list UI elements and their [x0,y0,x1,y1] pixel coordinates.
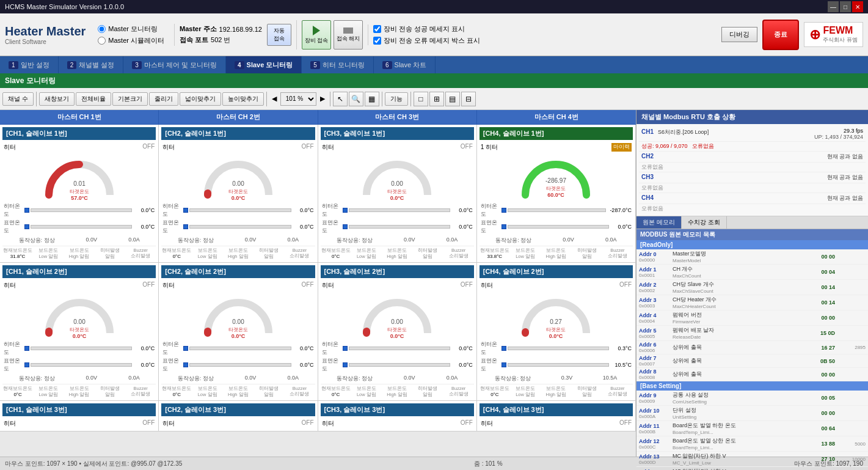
channel-headers: 마스터 CH 1번 마스터 CH 2번 마스터 CH 3번 마스터 CH 4번 [0,110,636,125]
toolbar-zoom-select[interactable]: 101 % 50 % 75 % 100 % 125 % 150 % [280,92,316,106]
connect-button[interactable]: 장비 접속 [302,20,331,50]
tab-general[interactable]: 1 일반 설정 [0,56,59,73]
heater-temp-row: 히터온도 0.0°C [4,202,155,218]
app-title-block: Heater Master Client Software [5,24,86,45]
slave-cell-ch1-s3: [CH1, 슬레이브 3번] 히터OFF [0,401,159,431]
toolbar-icon3[interactable]: ▤ [445,92,460,106]
slave-title-ch4-s2: [CH4, 슬레이브 2번] [480,265,633,278]
toolbar-arrow-right[interactable]: ▶ [318,95,327,103]
right-panel-title: 채널별 Modbus RTU 호출 상황 [641,113,735,120]
svg-text:타겟온도: 타겟온도 [387,189,407,194]
gauge-svg-ch2-s2: 0.00 타겟온도 0.0°C [199,290,278,339]
ch1-fps: 29.3 fps UP: 1,493 / 374,924 [814,128,863,140]
main-body: 마스터 CH 1번 마스터 CH 2번 마스터 CH 3번 마스터 CH 4번 … [0,110,868,457]
tab-channel[interactable]: 2 채널별 설정 [59,56,124,73]
radio-simulator-input[interactable] [98,37,106,45]
addr-row-8: Addr 80x0008 상위에 출목 00 00 [636,368,868,381]
disconnect-button[interactable]: 접속 해지 [334,20,363,50]
addr-row-7: Addr 70x0007 상위에 출목 0B 50 [636,354,868,368]
debug-button[interactable]: 디버깅 [721,27,757,42]
toolbar-icon1[interactable]: □ [414,92,428,106]
ch2-info: 현재 공과 없음 [827,153,863,161]
toolbar-basic[interactable]: 기본크기 [112,92,148,106]
slave-title-ch3-s1: [CH3, 슬레이브 1번] [321,127,474,140]
stop-icon [342,26,354,35]
svg-text:0.0°C: 0.0°C [549,333,563,339]
check-error-input[interactable] [373,37,381,45]
memory-tab-original[interactable]: 원본 메모리 [636,216,682,229]
svg-text:60.0°C: 60.0°C [548,192,565,198]
main-tabs: 1 일반 설정 2 채널별 설정 3 마스터 제어 및 모니터링 4 Slave… [0,56,868,73]
check-success[interactable]: 장비 전송 성공 메세지 표시 [373,24,480,34]
gauge-ch1-s1: 0.01 타겟온도 57.0°C [2,152,156,201]
toolbar-icon2[interactable]: ⊞ [429,92,444,106]
toolbar-count[interactable]: 채널 수 [2,92,34,106]
svg-text:0.00: 0.00 [73,318,86,325]
slave-cell-ch1-s1: [CH1, 슬레이브 1번] 히터 OFF 0.01 타겟온도 57.0°C [0,125,159,262]
master-addr-group: Master 주소 192.168.99.12 접속 포트 502 번 [180,24,262,45]
play-icon [310,24,323,37]
port-value: 502 번 [211,35,230,45]
tab-master[interactable]: 3 마스터 제어 및 모니터링 [123,56,226,73]
slave-cell-ch3-s1: [CH3, 슬레이브 1번] 히터OFF 0.00 타겟온도 0.0°C 히터온… [318,125,477,262]
toolbar-zoom-icon[interactable]: 🔍 [349,92,363,106]
slave-cell-ch1-s2: [CH1, 슬레이브 2번] 히터OFF 0.00 타겟온도 0.0°C 히 [0,263,159,400]
slave-title-ch3-s3: [CH3, 슬레이브 3번] [321,403,474,416]
toolbar-grid-icon[interactable]: ▦ [365,92,379,106]
toolbar-cursor-icon[interactable]: ↖ [333,92,348,106]
check-success-label: 장비 전송 성공 메세지 표시 [384,24,465,34]
slave-title-ch2-s3: [CH2, 슬레이브 3번] [161,403,315,416]
memory-tab-numeric[interactable]: 수치강 조회 [682,216,727,229]
ch2-header: 마스터 CH 2번 [159,110,318,124]
toolbar-fitheight[interactable]: 높이맞추기 [222,92,264,106]
ch1-label: CH1 [641,128,654,135]
memory-content[interactable]: MODBUS 원본 메모리 목록 [ReadOnly] Addr 00x0000… [636,229,868,470]
ch2-label: CH2 [641,153,654,161]
connection-info: Master 주소 192.168.99.12 접속 포트 502 번 자동접속 [174,24,291,46]
tab-heater-label: 히터 모니터링 [323,61,365,70]
auto-connect-button[interactable]: 자동접속 [267,24,291,46]
radio-simulator[interactable]: Master 시뮬레이터 [98,36,164,45]
check-success-input[interactable] [373,25,381,33]
toolbar-arrow-left[interactable]: ◀ [269,95,279,103]
gauge-svg-ch4-s2: 0.27 타겟온도 0.0°C [516,290,596,339]
close-button[interactable]: ✕ [852,1,863,12]
radio-monitor-input[interactable] [98,25,106,33]
slave-row-3: [CH1, 슬레이브 3번] 히터OFF [CH2, 슬레이브 3번] 히터OF… [0,401,636,431]
status-left: 마우스 포인트: 1097 × 190 • 실제에서 포인트: @995.07 … [5,460,182,468]
toolbar-reduce[interactable]: 줄리기 [149,92,178,106]
svg-text:타겟온도: 타겟온도 [228,327,248,332]
toolbar: 채널 수 새창보기 전체비율 기본크기 줄리기 넓이맞추기 높이맞추기 ◀ 10… [0,88,868,110]
svg-text:0.0°C: 0.0°C [390,195,404,201]
minimize-button[interactable]: — [828,1,839,12]
slave-cell-ch4-s1: [CH4, 슬레이브 1번] 1 히터마이력 -286.97 타겟온도 60.0… [477,125,636,262]
check-error[interactable]: 장비 전송 오류 메세지 박스 표시 [373,36,480,45]
master-addr-label: Master 주소 [180,24,217,34]
tab-chart[interactable]: 6 Slave 차트 [374,56,436,73]
port-label: 접속 포트 [180,35,208,45]
title-bar: HCMS Master Simulator Version 1.0.0.0 — … [0,0,868,13]
slave-cell-ch3-s3: [CH3, 슬레이브 3번] 히터OFF [318,401,477,431]
svg-text:타겟온도: 타겟온도 [546,186,566,191]
gauge-svg-ch4-s1: -286.97 타겟온도 60.0°C [516,152,596,201]
ch2-error: 오류없음 [639,163,866,172]
slave-monitor-title: Slave 모니터링 [5,76,56,86]
tab-heater[interactable]: 5 히터 모니터링 [302,56,374,73]
slave-title-ch4-s3: [CH4, 슬레이브 3번] [480,403,633,416]
monitor-area[interactable]: 마스터 CH 1번 마스터 CH 2번 마스터 CH 3번 마스터 CH 4번 … [0,110,636,457]
toolbar-function[interactable]: 기능 [385,92,408,106]
gauge-svg-ch3-s1: 0.00 타겟온도 0.0°C [357,152,437,201]
tab-slave[interactable]: 4 Slave 모니터링 [226,56,302,73]
toolbar-icon4[interactable]: ⊟ [461,92,476,106]
maximize-button[interactable]: □ [840,1,851,12]
surface-temp-row: 표면온도 0.0°C [4,219,155,235]
stop-button[interactable]: 종료 [762,20,799,50]
ch4-error: 오류없음 [639,204,866,213]
toolbar-allratio[interactable]: 전체비율 [76,92,111,106]
slave-cell-ch3-s2: [CH3, 슬레이브 2번] 히터OFF 0.00 타겟온도 0.0°C 히 [318,263,477,400]
radio-monitor[interactable]: Master 모니터링 [98,24,164,34]
toolbar-newview[interactable]: 새창보기 [39,92,75,106]
svg-text:0.00: 0.00 [232,318,244,325]
right-panel: 채널별 Modbus RTU 호출 상황 CH1 S6처리중.[206 Loop… [636,110,868,457]
toolbar-fitwidth[interactable]: 넓이맞추기 [180,92,221,106]
